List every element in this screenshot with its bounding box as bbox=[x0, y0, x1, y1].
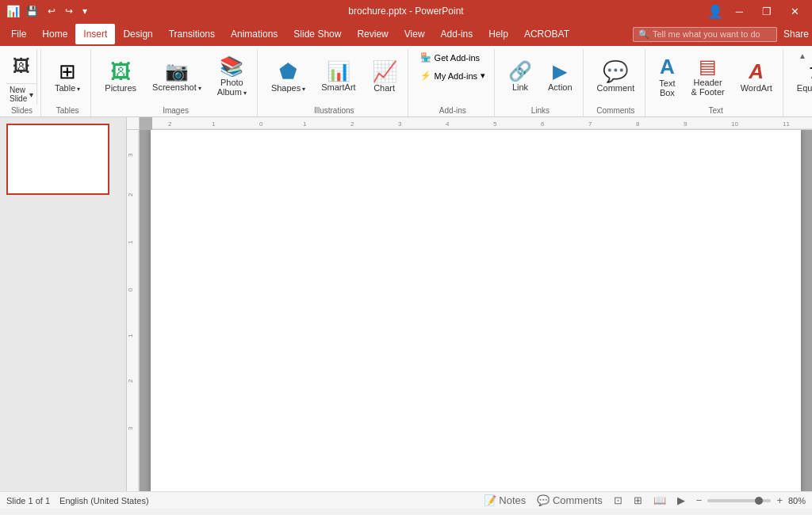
wordart-label: WordArt bbox=[741, 83, 772, 93]
notes-button[interactable]: 📝 Notes bbox=[481, 494, 529, 507]
new-slide-dropdown[interactable]: New Slide ▾ bbox=[6, 83, 36, 105]
equation-label: Equation bbox=[797, 83, 812, 93]
svg-text:2: 2 bbox=[127, 379, 134, 383]
menu-file[interactable]: File bbox=[3, 24, 34, 44]
get-addins-button[interactable]: 🏪 Get Add-ins bbox=[415, 49, 491, 66]
slides-group-items: 🖼 New Slide ▾ bbox=[6, 49, 37, 105]
comments-button[interactable]: 💬 Comments bbox=[534, 494, 604, 507]
share-button[interactable]: Share bbox=[783, 29, 809, 40]
zoom-slider[interactable] bbox=[707, 499, 771, 502]
images-group-items: 🖼 Pictures 📷 Screenshot 📚 PhotoAlbum bbox=[98, 49, 254, 105]
menu-home[interactable]: Home bbox=[34, 24, 75, 44]
quick-save-button[interactable]: 💾 bbox=[23, 4, 41, 18]
screenshot-icon: 📷 bbox=[165, 62, 189, 81]
action-button[interactable]: ▶ Action bbox=[541, 49, 580, 105]
ruler-horizontal: 2 1 0 1 2 3 4 5 6 7 8 9 10 11 bbox=[152, 117, 812, 130]
smartart-label: SmartArt bbox=[321, 82, 355, 92]
ribbon-group-images: 🖼 Pictures 📷 Screenshot 📚 PhotoAlbum Ima… bbox=[94, 49, 258, 116]
zoom-in-button[interactable]: + bbox=[774, 494, 785, 507]
slide-sorter-button[interactable]: ⊞ bbox=[631, 494, 645, 507]
svg-text:2: 2 bbox=[168, 120, 172, 128]
menu-slideshow[interactable]: Slide Show bbox=[285, 24, 349, 44]
comments-label: Comments bbox=[553, 494, 603, 506]
redo-button[interactable]: ↪ bbox=[62, 4, 76, 18]
wordart-button[interactable]: A WordArt bbox=[733, 49, 779, 105]
chart-label: Chart bbox=[373, 83, 395, 93]
svg-text:11: 11 bbox=[783, 120, 790, 128]
search-input[interactable] bbox=[653, 29, 772, 39]
ruler-v-ticks: 3 2 1 0 1 2 3 bbox=[127, 130, 140, 491]
menu-help[interactable]: Help bbox=[481, 24, 516, 44]
addins-group-label: Add-ins bbox=[439, 105, 466, 116]
menu-animations[interactable]: Animations bbox=[223, 24, 285, 44]
ruler-h-ticks: 2 1 0 1 2 3 4 5 6 7 8 9 10 11 bbox=[152, 117, 812, 130]
zoom-controls: − + 80% bbox=[694, 494, 806, 507]
svg-text:8: 8 bbox=[636, 120, 640, 128]
title-bar-right: 👤 ─ ❐ ✕ bbox=[707, 4, 806, 19]
window-title: brochure.pptx - PowerPoint bbox=[348, 6, 463, 17]
svg-text:7: 7 bbox=[588, 120, 592, 128]
menu-design[interactable]: Design bbox=[115, 24, 160, 44]
ruler-vertical: 3 2 1 0 1 2 3 bbox=[127, 130, 140, 491]
svg-text:4: 4 bbox=[446, 120, 450, 128]
reading-view-button[interactable]: 📖 bbox=[651, 494, 668, 507]
menu-transitions[interactable]: Transitions bbox=[161, 24, 223, 44]
minimize-button[interactable]: ─ bbox=[730, 4, 749, 19]
svg-text:10: 10 bbox=[731, 120, 738, 128]
screenshot-button[interactable]: 📷 Screenshot bbox=[145, 49, 209, 105]
smartart-button[interactable]: 📊 SmartArt bbox=[314, 49, 362, 105]
new-slide-button[interactable]: 🖼 New Slide ▾ bbox=[6, 49, 37, 105]
photo-album-button[interactable]: 📚 PhotoAlbum bbox=[210, 49, 254, 105]
menu-review[interactable]: Review bbox=[349, 24, 396, 44]
svg-text:0: 0 bbox=[259, 120, 263, 128]
menu-addins[interactable]: Add-ins bbox=[433, 24, 481, 44]
ribbon-collapse-button[interactable]: ▲ bbox=[796, 49, 809, 62]
comments-group-items: 💬 Comment bbox=[590, 49, 642, 105]
search-bar[interactable]: 🔍 bbox=[633, 27, 777, 42]
pictures-label: Pictures bbox=[105, 83, 136, 93]
menu-acrobat[interactable]: ACROBAT bbox=[516, 24, 577, 44]
link-label: Link bbox=[512, 82, 528, 92]
smartart-icon: 📊 bbox=[327, 62, 350, 81]
new-slide-top[interactable]: 🖼 bbox=[6, 49, 36, 83]
menu-view[interactable]: View bbox=[396, 24, 433, 44]
comment-button[interactable]: 💬 Comment bbox=[590, 49, 642, 105]
slide-canvas[interactable] bbox=[140, 130, 812, 491]
table-button[interactable]: ⊞ Table bbox=[48, 49, 87, 105]
comment-icon: 💬 bbox=[603, 61, 628, 82]
illustrations-group-label: Illustrations bbox=[314, 105, 354, 116]
svg-text:3: 3 bbox=[127, 153, 134, 157]
menu-insert[interactable]: Insert bbox=[75, 24, 115, 44]
comment-label: Comment bbox=[597, 83, 635, 93]
status-bar: Slide 1 of 1 English (United States) 📝 N… bbox=[0, 491, 812, 509]
svg-text:2: 2 bbox=[127, 193, 134, 196]
slide-thumbnail[interactable] bbox=[6, 124, 109, 195]
restore-button[interactable]: ❐ bbox=[756, 4, 778, 19]
comments-group-label: Comments bbox=[596, 105, 634, 116]
zoom-out-button[interactable]: − bbox=[694, 494, 705, 507]
customize-qat-button[interactable]: ▾ bbox=[79, 4, 90, 18]
textbox-button[interactable]: A TextBox bbox=[652, 49, 682, 105]
ribbon-group-illustrations: ⬟ Shapes 📊 SmartArt 📈 Chart Illustration… bbox=[261, 49, 408, 116]
svg-text:1: 1 bbox=[127, 240, 134, 244]
svg-text:1: 1 bbox=[127, 334, 134, 338]
my-addins-button[interactable]: ⚡ My Add-ins ▾ bbox=[415, 67, 491, 84]
header-footer-button[interactable]: ▤ Header& Footer bbox=[684, 49, 731, 105]
svg-text:0: 0 bbox=[127, 288, 134, 292]
slideshow-button[interactable]: ▶ bbox=[675, 494, 688, 507]
language-indicator: English (United States) bbox=[59, 496, 149, 505]
chart-button[interactable]: 📈 Chart bbox=[365, 49, 404, 105]
main-area: 1 2 1 0 1 2 3 4 5 6 bbox=[0, 117, 812, 491]
my-addins-label: My Add-ins bbox=[435, 71, 477, 81]
ribbon-group-links: 🔗 Link ▶ Action Links bbox=[498, 49, 584, 116]
svg-text:1: 1 bbox=[303, 120, 307, 128]
link-button[interactable]: 🔗 Link bbox=[501, 49, 539, 105]
undo-button[interactable]: ↩ bbox=[44, 4, 59, 18]
ruler-row-top: 2 1 0 1 2 3 4 5 6 7 8 9 10 11 bbox=[127, 117, 812, 130]
shapes-button[interactable]: ⬟ Shapes bbox=[264, 49, 312, 105]
normal-view-button[interactable]: ⊡ bbox=[611, 494, 625, 507]
svg-text:9: 9 bbox=[684, 120, 688, 128]
pictures-button[interactable]: 🖼 Pictures bbox=[98, 49, 144, 105]
action-label: Action bbox=[548, 82, 573, 92]
close-button[interactable]: ✕ bbox=[784, 4, 806, 19]
